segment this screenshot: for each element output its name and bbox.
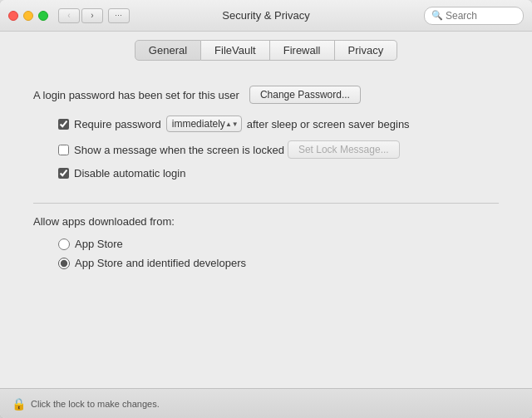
maximize-button[interactable] [38, 11, 48, 21]
show-message-label: Show a message when the screen is locked [58, 144, 284, 156]
window-title: Security & Privacy [222, 9, 309, 22]
app-store-developers-radio-row: App Store and identified developers [58, 257, 499, 269]
divider [33, 203, 499, 204]
lock-text: Click the lock to make changes. [31, 399, 160, 409]
password-row: A login password has been set for this u… [33, 86, 499, 104]
after-sleep-label: after sleep or screen saver begins [247, 118, 410, 130]
lock-icon: 🔒 [12, 397, 26, 411]
grid-button[interactable]: ⋯ [108, 8, 130, 23]
close-button[interactable] [8, 11, 18, 21]
set-lock-message-button[interactable]: Set Lock Message... [288, 140, 400, 159]
titlebar: ‹ › ⋯ Security & Privacy 🔍 [0, 0, 532, 32]
forward-button[interactable]: › [81, 8, 103, 23]
search-input[interactable] [446, 10, 520, 22]
tab-firewall[interactable]: Firewall [270, 40, 335, 61]
change-password-button[interactable]: Change Password... [249, 86, 361, 104]
back-button[interactable]: ‹ [58, 8, 80, 23]
require-password-row: Require password immediately ▲▼ after sl… [58, 116, 499, 132]
app-store-developers-label: App Store and identified developers [58, 257, 246, 269]
toolbar: General FileVault Firewall Privacy [0, 32, 532, 69]
immediately-dropdown-wrapper: immediately ▲▼ [166, 116, 242, 132]
disable-autologin-checkbox[interactable] [58, 168, 69, 179]
window: ‹ › ⋯ Security & Privacy 🔍 General FileV… [0, 0, 532, 418]
nav-buttons: ‹ › [58, 8, 103, 23]
disable-autologin-label: Disable automatic login [58, 167, 185, 179]
tab-privacy[interactable]: Privacy [335, 40, 398, 61]
immediately-dropdown[interactable]: immediately [166, 116, 242, 132]
app-store-label: App Store [58, 238, 123, 250]
disable-autologin-row: Disable automatic login [58, 167, 499, 179]
allow-apps-label: Allow apps downloaded from: [33, 215, 499, 228]
require-password-checkbox[interactable] [58, 119, 69, 130]
password-section: A login password has been set for this u… [33, 86, 499, 188]
main-content: A login password has been set for this u… [0, 69, 532, 388]
allow-apps-section: Allow apps downloaded from: App Store Ap… [33, 215, 499, 276]
bottom-bar: 🔒 Click the lock to make changes. [0, 388, 532, 418]
tab-filevault[interactable]: FileVault [201, 40, 270, 61]
app-store-radio[interactable] [58, 239, 70, 250]
tab-general[interactable]: General [135, 40, 201, 61]
require-password-label: Require password [74, 118, 161, 130]
app-store-developers-radio[interactable] [58, 258, 70, 269]
lock-button[interactable]: 🔒 Click the lock to make changes. [12, 397, 160, 411]
tab-bar: General FileVault Firewall Privacy [135, 40, 397, 61]
app-store-radio-row: App Store [58, 238, 499, 250]
search-icon: 🔍 [431, 10, 443, 21]
minimize-button[interactable] [23, 11, 33, 21]
password-label: A login password has been set for this u… [33, 89, 239, 101]
search-box[interactable]: 🔍 [424, 7, 524, 25]
show-message-checkbox[interactable] [58, 145, 69, 155]
show-message-row: Show a message when the screen is locked… [58, 140, 499, 159]
traffic-lights [8, 11, 48, 21]
